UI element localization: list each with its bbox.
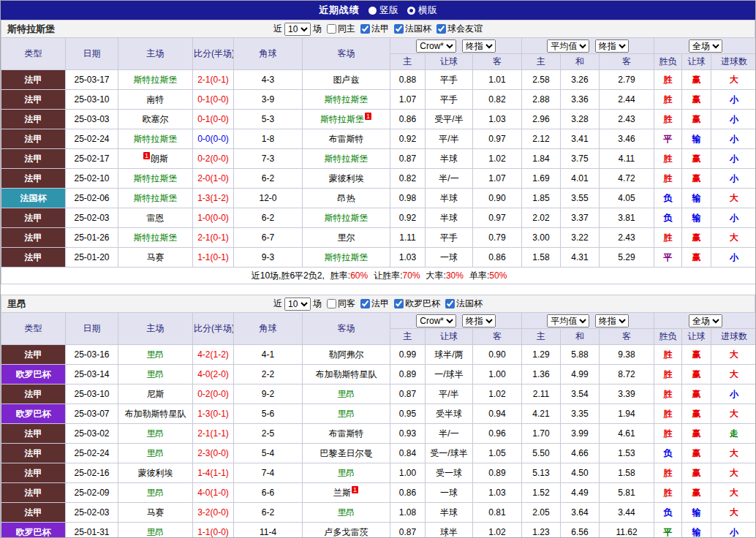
- col-header-away: 客场: [303, 38, 390, 70]
- checkbox-input[interactable]: [394, 24, 404, 34]
- match-date: 25-01-31: [66, 523, 118, 538]
- corners-cell: 11-4: [234, 523, 303, 538]
- euro-home-odds: 1.69: [522, 169, 561, 189]
- filter-checkbox[interactable]: 法甲: [360, 298, 389, 310]
- away-team-name: 布加勒斯特星队: [316, 369, 377, 379]
- filter-checkbox[interactable]: 同主: [327, 23, 355, 35]
- asian-final-select[interactable]: 终指: [462, 39, 496, 53]
- match-date: 25-02-06: [66, 189, 118, 208]
- away-team-name: 蒙彼利埃: [329, 173, 364, 183]
- result-outcome: 胜: [654, 90, 682, 110]
- result-handicap: 赢: [682, 483, 711, 503]
- checkbox-input[interactable]: [360, 24, 370, 34]
- filter-checkbox[interactable]: 球会友谊: [436, 23, 483, 35]
- checkbox-input[interactable]: [360, 299, 370, 308]
- goals-result-header: 进球数: [711, 54, 756, 70]
- result-handicap: 赢: [682, 463, 711, 483]
- checkbox-input[interactable]: [436, 24, 446, 34]
- scope-select[interactable]: 全场: [689, 39, 722, 53]
- result-goals: 小: [711, 248, 756, 268]
- asian-home-odds: 1.07: [390, 90, 426, 110]
- away-team-name: 巴黎圣日尔曼: [320, 448, 373, 458]
- asian-handicap: 一球: [426, 248, 473, 268]
- match-row: 法甲25-03-02里昂2-1(1-1)2-5布雷斯特0.93半/一0.961.…: [1, 424, 756, 444]
- result-header: 胜负: [654, 329, 682, 345]
- recent-count-select[interactable]: 10: [284, 298, 311, 311]
- asian-home-odds: 1.08: [390, 503, 426, 523]
- asian-handicap: 平手: [426, 70, 473, 90]
- result-outcome: 平: [654, 129, 682, 149]
- home-team-name: 斯特拉斯堡: [134, 193, 178, 203]
- filter-checkbox[interactable]: 法甲: [360, 23, 389, 35]
- radio-icon[interactable]: [368, 7, 377, 15]
- filter-checkbox[interactable]: 法国杯: [445, 298, 483, 310]
- summary-stat-label: 让胜率:: [374, 270, 402, 281]
- asian-away-odds: 0.97: [473, 208, 522, 228]
- checkbox-label: 欧罗巴杯: [405, 298, 440, 310]
- home-team-name: 马赛: [147, 507, 165, 518]
- result-outcome: 负: [654, 189, 682, 208]
- asian-home-odds: 0.86: [390, 110, 426, 129]
- away-team-cell: 布雷斯特: [303, 424, 390, 444]
- euro-draw-odds: 4.49: [561, 483, 600, 503]
- euro-away-odds: 1.94: [600, 404, 654, 424]
- checkbox-input[interactable]: [394, 299, 404, 308]
- league-type-cell: 法甲: [1, 463, 66, 483]
- away-team-name: 卢多戈雷茨: [325, 527, 368, 537]
- col-header-away: 客场: [303, 313, 390, 345]
- away-team-name: 斯特拉斯堡: [320, 114, 364, 124]
- away-team-name: 里尔: [338, 232, 355, 243]
- asian-home-odds: 1.03: [390, 248, 426, 268]
- result-outcome: 胜: [654, 483, 682, 503]
- checkbox-input[interactable]: [327, 299, 336, 308]
- euro-draw-odds: 5.88: [561, 345, 600, 365]
- asian-handicap: 受一/球半: [426, 444, 473, 463]
- corners-cell: 5-6: [234, 404, 303, 424]
- match-date: 25-03-02: [66, 424, 118, 444]
- scope-select[interactable]: 全场: [689, 314, 722, 327]
- recent-count-select[interactable]: 10: [284, 23, 311, 36]
- corners-cell: 6-7: [234, 228, 303, 248]
- layout-option-horizontal[interactable]: 横版: [407, 4, 437, 17]
- asian-source-select[interactable]: Crow*: [416, 39, 456, 53]
- result-handicap: 赢: [682, 90, 711, 110]
- result-outcome: 胜: [654, 110, 682, 129]
- asian-source-select[interactable]: Crow*: [416, 314, 456, 327]
- away-team-cell: 里昂: [303, 463, 390, 483]
- checkbox-input[interactable]: [327, 24, 336, 34]
- asian-away-odds: 1.02: [473, 523, 522, 538]
- filter-checkbox[interactable]: 法国杯: [394, 23, 431, 35]
- result-outcome: 负: [654, 208, 682, 228]
- league-type-cell: 欧罗巴杯: [1, 365, 66, 384]
- match-row: 法甲25-02-03雷恩1-0(0-0)6-2斯特拉斯堡0.92半球0.972.…: [1, 208, 756, 228]
- filter-checkbox[interactable]: 同客: [327, 298, 355, 310]
- away-team-cell: 兰斯1: [303, 483, 390, 503]
- asian-away-header: 客: [473, 329, 522, 345]
- euro-home-odds: 3.00: [522, 228, 561, 248]
- radio-label: 横版: [418, 4, 437, 17]
- checkbox-input[interactable]: [445, 299, 455, 308]
- layout-option-vertical[interactable]: 竖版: [368, 4, 398, 17]
- red-card-badge: 1: [365, 113, 371, 120]
- euro-source-select[interactable]: 平均值: [547, 314, 589, 327]
- euro-final-select[interactable]: 终指: [595, 314, 629, 327]
- asian-home-odds: 0.92: [390, 208, 426, 228]
- asian-away-odds: 0.79: [473, 228, 522, 248]
- result-outcome: 胜: [654, 70, 682, 90]
- asian-handicap: 一/球半: [426, 365, 473, 384]
- euro-final-select[interactable]: 终指: [595, 39, 629, 53]
- euro-draw-header: 和: [561, 54, 600, 70]
- radio-icon[interactable]: [407, 7, 415, 15]
- asian-final-select[interactable]: 终指: [462, 314, 496, 327]
- asian-away-odds: 1.05: [473, 444, 522, 463]
- euro-source-select[interactable]: 平均值: [547, 39, 589, 53]
- asian-home-odds: 1.11: [390, 228, 426, 248]
- euro-draw-odds: 3.54: [561, 384, 600, 404]
- result-handicap: 赢: [682, 228, 711, 248]
- corners-cell: 6-6: [234, 483, 303, 503]
- euro-home-odds: 2.12: [522, 129, 561, 149]
- home-team-name: 布加勒斯特星队: [125, 409, 186, 419]
- filter-checkbox[interactable]: 欧罗巴杯: [394, 298, 440, 310]
- filter-checkbox-group: 同主法甲法国杯球会友谊: [322, 23, 483, 36]
- home-team-cell: 里昂: [118, 444, 193, 463]
